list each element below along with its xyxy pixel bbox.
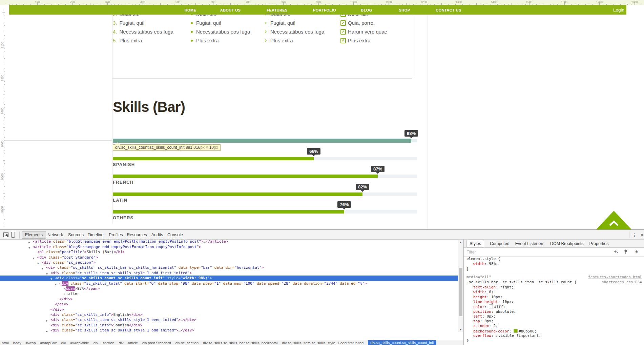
property-value[interactable]: 10px; [502, 300, 514, 304]
style-property[interactable]: position: absolute; [473, 309, 644, 314]
breadcrumb-item[interactable]: div.sc_skills_count.sc_skills_count_init [368, 340, 436, 345]
property-name[interactable]: width [473, 262, 484, 266]
property-value[interactable]: absolute; [496, 309, 516, 314]
sidebar-tab-dom-breakpoints[interactable]: DOM Breakpoints [550, 241, 584, 246]
property-value[interactable]: 10px; [491, 295, 502, 299]
breadcrumb-item[interactable]: div.sc_section [175, 341, 199, 345]
devtools-tab-timeline[interactable]: Timeline [88, 232, 104, 237]
scroll-down-arrow-icon[interactable]: ▼ [458, 328, 463, 331]
styles-filter-input[interactable]: Filter [466, 250, 476, 255]
tree-row-selected[interactable]: ▼<div class="sc_skills_count sc_skills_c… [0, 276, 458, 281]
breadcrumb-item[interactable]: div.sc_skills.sc_skills_bar.sc_skills_ho… [203, 341, 277, 345]
tree-row[interactable]: ▼<div class="sc_skills_total" data-start… [0, 281, 458, 286]
nav-item-portfolio[interactable]: PORTFOLIO [313, 8, 336, 12]
tree-row[interactable]: ▶<div class="sc_skills_item sc_skills_st… [0, 317, 458, 323]
scroll-to-top-button[interactable] [596, 210, 632, 229]
tree-row[interactable]: </div> [0, 297, 458, 302]
style-property[interactable]: left: 0px; [473, 314, 644, 319]
nav-item-contact-us[interactable]: CONTACT US [436, 8, 461, 12]
property-name[interactable]: position [473, 309, 491, 314]
sidebar-tab-properties[interactable]: Properties [589, 241, 609, 246]
expand-property-icon[interactable]: ▶ [496, 334, 497, 338]
elements-scrollbar[interactable]: ▲ ▼ [458, 240, 463, 332]
devtools-tab-elements[interactable]: Elements [22, 231, 46, 239]
style-property[interactable]: top: 0px; [473, 319, 644, 323]
property-name[interactable]: line-height [473, 300, 498, 304]
devtools-tab-sources[interactable]: Sources [68, 232, 84, 237]
property-name[interactable]: height [473, 295, 487, 299]
nav-item-shop[interactable]: SHOP [399, 8, 410, 12]
property-name[interactable]: z-index [473, 324, 489, 328]
property-name[interactable]: left [473, 314, 482, 319]
devtools-tab-resources[interactable]: Resources [127, 232, 147, 237]
style-property[interactable]: color: #fff; [473, 304, 644, 309]
devtools-tab-network[interactable]: Network [47, 232, 63, 237]
tree-row[interactable]: ▼<article class="blogStreampage odd empt… [0, 244, 458, 250]
tree-row[interactable]: ▼<div class="sc_skills_item sc_skills_st… [0, 270, 458, 276]
nav-item-features[interactable]: FEATURES [267, 8, 288, 13]
checkbox-icon[interactable]: ✓ [340, 20, 346, 26]
sidebar-tab-event-listeners[interactable]: Event Listeners [515, 241, 544, 246]
sidebar-tab-computed[interactable]: Computed [490, 241, 510, 246]
tree-row[interactable]: ▼<div class="post Standard"> [0, 255, 458, 260]
tree-row[interactable]: ▼<div class="sc_section"> [0, 260, 458, 265]
breadcrumb-item[interactable]: article [128, 341, 138, 345]
style-property[interactable]: overflow: ▶visible !important; [473, 333, 644, 338]
devtools-tab-audits[interactable]: Audits [151, 232, 163, 237]
scrollbar-thumb[interactable] [459, 268, 462, 316]
property-value[interactable]: #80b500; [519, 329, 537, 333]
style-property[interactable]: height: 10px; [473, 295, 644, 299]
property-name[interactable]: width [473, 290, 484, 294]
property-name[interactable]: text-align [473, 285, 496, 289]
checkbox-icon[interactable]: ✓ [340, 38, 346, 43]
stylesheet-link[interactable]: shortcodes.css:654 [602, 280, 642, 284]
sidebar-tab-styles[interactable]: Styles [466, 240, 484, 247]
property-name[interactable]: background-color [473, 329, 509, 333]
tree-row[interactable]: ▶<div class="sc_skills_item sc_skills_st… [0, 328, 458, 332]
nav-item-blog[interactable]: BLOG [361, 8, 372, 12]
breadcrumb-item[interactable]: div [119, 341, 124, 345]
tree-row[interactable]: </div> [0, 302, 458, 307]
tree-row[interactable]: <h1 class="postTitle">Skills (Bar)</h1> [0, 249, 458, 255]
breadcrumb-item[interactable]: div [61, 341, 66, 345]
style-property[interactable]: width: 98%; [473, 262, 644, 266]
color-swatch[interactable] [489, 304, 493, 308]
login-link[interactable]: Login [613, 7, 624, 13]
nav-item-home[interactable]: HOME [185, 8, 196, 12]
pushpin-icon[interactable] [624, 249, 628, 256]
overflow-menu-icon[interactable]: ⋮ [632, 232, 637, 237]
element-state-icon[interactable]: ◈ [635, 249, 638, 254]
breadcrumb-item[interactable]: html [2, 341, 9, 345]
property-value[interactable]: visible !important; [498, 333, 541, 338]
collapse-arrow-icon[interactable]: ▶ [46, 329, 48, 332]
close-devtools-icon[interactable]: ✕ [641, 232, 644, 237]
breadcrumb-item[interactable]: div.post.Standard [142, 341, 171, 345]
property-name[interactable]: color [473, 305, 484, 309]
color-swatch[interactable] [514, 329, 518, 333]
checkbox-icon[interactable]: ✓ [340, 29, 346, 35]
nav-item-about-us[interactable]: ABOUT US [220, 8, 241, 12]
tree-row[interactable]: <div class="sc_skills_info">English</div… [0, 312, 458, 318]
device-mode-icon[interactable] [11, 232, 15, 238]
breadcrumb-item[interactable]: body [13, 341, 21, 345]
tree-row[interactable]: </div> [0, 307, 458, 312]
tree-row[interactable]: ::after [0, 291, 458, 297]
new-style-rule-icon[interactable]: +▾ [614, 248, 618, 254]
property-value[interactable]: 0px; [484, 319, 494, 323]
property-name[interactable]: overflow [473, 333, 491, 338]
style-property[interactable]: text-align: right; [473, 285, 644, 289]
property-value[interactable]: #fff; [494, 305, 505, 309]
breadcrumb-item[interactable]: #wrap [26, 341, 36, 345]
scroll-up-arrow-icon[interactable]: ▲ [458, 241, 463, 243]
devtools-tab-console[interactable]: Console [167, 232, 183, 237]
breadcrumb-item[interactable]: div.sc_skills_item.sc_skills_style_1.odd… [282, 341, 364, 345]
property-value[interactable]: right; [500, 285, 514, 289]
stylesheet-link[interactable]: features-shortcodes.html [588, 275, 642, 279]
tree-row[interactable]: <div class="sc_skills_info">Spanish</div… [0, 323, 458, 328]
breadcrumb-item[interactable]: div [94, 341, 98, 345]
style-property[interactable]: z-index: 2; [473, 324, 644, 328]
property-value[interactable]: 0; [489, 290, 493, 294]
style-property[interactable]: background-color: #80b500; [473, 329, 644, 333]
devtools-tab-profiles[interactable]: Profiles [109, 232, 123, 237]
tree-row[interactable]: ▶<article class="blogStreampage even emp… [0, 240, 458, 244]
